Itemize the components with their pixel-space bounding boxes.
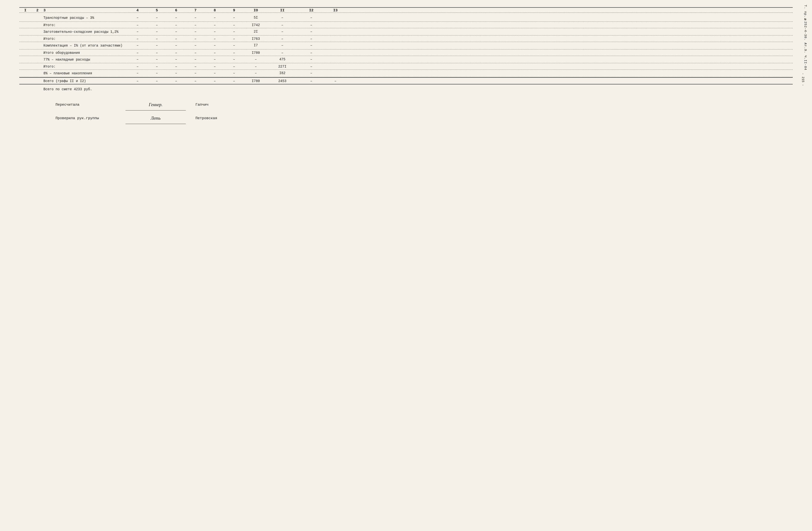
col-header-2: 2 xyxy=(31,9,43,13)
col-header-13: I3 xyxy=(326,9,345,13)
col-header-7: 7 xyxy=(186,9,205,13)
label-nakl: 77% – накладные расходы xyxy=(43,57,128,62)
col-header-3: 3 xyxy=(43,9,128,13)
row-transport: Транспортные расходы – 3% – – – – – – 5I… xyxy=(19,14,793,22)
row-itogo3: Итого: – – – – – – – 227I – xyxy=(19,63,793,70)
row-vsego-grafy: Всего (графы II и I2) – – – – – – I780 2… xyxy=(19,77,793,85)
row-nakl: 77% – накладные расходы – – – – – – – 47… xyxy=(19,56,793,63)
col-header-12: I2 xyxy=(297,9,326,13)
label-transport: Транспортные расходы – 3% xyxy=(43,16,128,20)
row-komplekt: Комплектация – I% (от итога запчастями) … xyxy=(19,42,793,49)
sig-name-2: Петровская xyxy=(195,114,217,123)
row-vsego-smeta: Всего по смете 4233 руб. xyxy=(19,86,793,92)
label-itogo3: Итого: xyxy=(43,65,128,69)
right-margin-215: - 215 - xyxy=(801,73,805,86)
label-komplekt: Комплектация – I% (от итога запчастями) xyxy=(43,43,128,48)
header-row: I 2 3 4 5 6 7 8 9 IO II I2 I3 xyxy=(19,7,793,13)
sig-row-2: Проверила рук.группы Леть Петровская xyxy=(56,113,793,124)
label-vsego-grafy: Всего (графы II и I2) xyxy=(43,79,128,83)
col-header-8: 8 xyxy=(205,9,224,13)
col-header-1: I xyxy=(19,9,31,13)
col-header-10: IO xyxy=(244,9,268,13)
sig-label-2: Проверила рук.группы xyxy=(56,114,116,123)
col-header-4: 4 xyxy=(128,9,147,13)
right-margin-top: Т. пр.№252-4-30. Ат.9. Ч.II-84 xyxy=(803,5,807,70)
sig-row-1: Пересчитала Геннер. Гапчич xyxy=(56,99,793,110)
col-header-9: 9 xyxy=(224,9,244,13)
label-zagotov: Заготовительно-складские расходы 1,2% xyxy=(43,30,128,34)
label-vsego-smeta: Всего по смете 4233 руб. xyxy=(43,87,128,91)
label-itogo1: Итого: xyxy=(43,23,128,27)
col-header-11: II xyxy=(268,9,297,13)
signatures-section: Пересчитала Геннер. Гапчич Проверила рук… xyxy=(19,99,793,124)
sig-name-1: Гапчич xyxy=(195,100,208,109)
row-itogo1: Итого: – – – – – – I742 – – xyxy=(19,22,793,28)
col-header-5: 5 xyxy=(147,9,166,13)
label-itogo-oborud: Итого оборудования xyxy=(43,51,128,55)
row-zagotov: Заготовительно-складские расходы 1,2% – … xyxy=(19,28,793,36)
label-itogo2: Итого: xyxy=(43,37,128,41)
row-itogo2: Итого: – – – – – – I763 – – xyxy=(19,35,793,42)
row-itogo-oborud: Итого оборудования – – – – – – I780 – – xyxy=(19,49,793,56)
sig-signature-2: Леть xyxy=(126,113,186,124)
sig-signature-1: Геннер. xyxy=(126,99,186,110)
sig-label-1: Пересчитала xyxy=(56,100,116,109)
label-plan: 8% – плановые накопления xyxy=(43,71,128,76)
row-plan: 8% – плановые накопления – – – – – – – I… xyxy=(19,70,793,77)
col-header-6: 6 xyxy=(166,9,186,13)
